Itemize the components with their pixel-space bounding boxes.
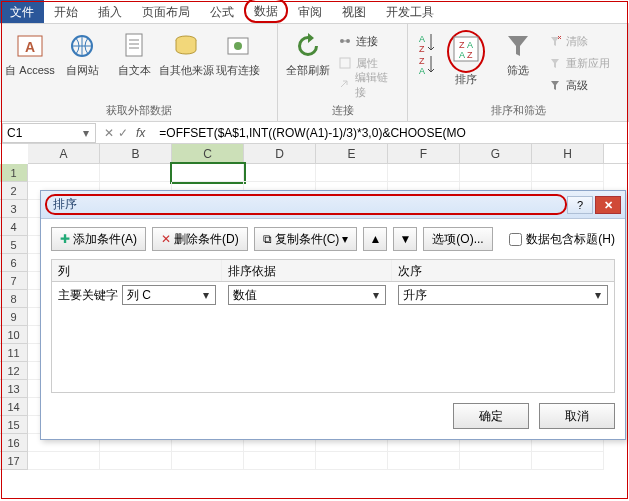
add-level-label: 添加条件(A) [73, 231, 137, 248]
row-1[interactable]: 1 [0, 164, 28, 182]
advanced-filter-button[interactable]: 高级 [544, 74, 614, 96]
row-13[interactable]: 13 [0, 380, 28, 398]
from-text-button[interactable]: 自文本 [108, 26, 160, 76]
clear-icon [548, 34, 562, 48]
row-2[interactable]: 2 [0, 182, 28, 200]
row-17[interactable]: 17 [0, 452, 28, 470]
cancel-formula-icon[interactable]: ✕ [104, 126, 114, 140]
sort-on-dropdown[interactable]: 数值▾ [228, 285, 386, 305]
row-5[interactable]: 5 [0, 236, 28, 254]
ok-button[interactable]: 确定 [453, 403, 529, 429]
row-10[interactable]: 10 [0, 326, 28, 344]
options-button[interactable]: 选项(O)... [423, 227, 492, 251]
col-E[interactable]: E [316, 144, 388, 163]
tab-formula[interactable]: 公式 [200, 0, 244, 23]
svg-text:Z: Z [419, 56, 425, 66]
move-down-button[interactable]: ▼ [393, 227, 417, 251]
accept-formula-icon[interactable]: ✓ [118, 126, 128, 140]
has-header-label: 数据包含标题(H) [526, 231, 615, 248]
delete-level-button[interactable]: ✕删除条件(D) [152, 227, 248, 251]
tab-data[interactable]: 数据 [244, 0, 288, 23]
ribbon-tabs: 文件 开始 插入 页面布局 公式 数据 审阅 视图 开发工具 [0, 0, 629, 24]
from-other-button[interactable]: 自其他来源 [160, 26, 212, 76]
sort-circled-annotation: ZAAZ [447, 30, 485, 73]
col-A[interactable]: A [28, 144, 100, 163]
sort-button[interactable]: ZAAZ 排序 [440, 26, 492, 85]
connections-icon [338, 34, 352, 48]
row-6[interactable]: 6 [0, 254, 28, 272]
row-16[interactable]: 16 [0, 434, 28, 452]
row-11[interactable]: 11 [0, 344, 28, 362]
col-D[interactable]: D [244, 144, 316, 163]
edit-links-icon [338, 78, 352, 92]
tab-dev[interactable]: 开发工具 [376, 0, 444, 23]
tab-layout[interactable]: 页面布局 [132, 0, 200, 23]
sort-icon: ZAAZ [451, 34, 481, 64]
tab-file[interactable]: 文件 [0, 0, 44, 23]
refresh-all-button[interactable]: 全部刷新 [282, 26, 334, 76]
group-sort-filter: AZ ZA ZAAZ 排序 筛选 清除 [408, 24, 629, 121]
dialog-help-button[interactable]: ? [567, 196, 593, 214]
dialog-buttons: 确定 取消 [41, 393, 625, 439]
fx-icon[interactable]: fx [132, 126, 149, 140]
dialog-titlebar[interactable]: 排序 ? ✕ [41, 191, 625, 219]
sort-on-value: 数值 [233, 287, 257, 304]
col-H[interactable]: H [532, 144, 604, 163]
row-14[interactable]: 14 [0, 398, 28, 416]
svg-text:Z: Z [459, 40, 465, 50]
tab-view[interactable]: 视图 [332, 0, 376, 23]
sort-asc-desc-button[interactable]: AZ ZA [412, 26, 440, 78]
col-F[interactable]: F [388, 144, 460, 163]
row-9[interactable]: 9 [0, 308, 28, 326]
move-up-button[interactable]: ▲ [363, 227, 387, 251]
svg-text:A: A [419, 34, 425, 44]
dialog-close-button[interactable]: ✕ [595, 196, 621, 214]
add-level-button[interactable]: ✚添加条件(A) [51, 227, 146, 251]
row-4[interactable]: 4 [0, 218, 28, 236]
col-header-column: 列 [52, 260, 222, 281]
from-web-button[interactable]: 自网站 [56, 26, 108, 76]
clear-filter-button[interactable]: 清除 [544, 30, 614, 52]
refresh-icon [292, 30, 324, 62]
svg-point-11 [346, 39, 350, 43]
formula-input[interactable]: =OFFSET($A$1,INT((ROW(A1)-1)/3)*3,0)&CHO… [155, 126, 629, 140]
edit-links-button[interactable]: 编辑链接 [334, 74, 403, 96]
copy-level-button[interactable]: ⧉复制条件(C)▾ [254, 227, 358, 251]
cancel-button[interactable]: 取消 [539, 403, 615, 429]
name-box-dropdown-icon[interactable]: ▾ [81, 123, 91, 143]
row-12[interactable]: 12 [0, 362, 28, 380]
sort-order-dropdown[interactable]: 升序▾ [398, 285, 608, 305]
filter-button[interactable]: 筛选 [492, 26, 544, 76]
row-8[interactable]: 8 [0, 290, 28, 308]
reapply-button[interactable]: 重新应用 [544, 52, 614, 74]
edit-links-label: 编辑链接 [355, 70, 399, 100]
connections-label: 连接 [356, 34, 378, 49]
col-C[interactable]: C [172, 144, 244, 163]
tab-home[interactable]: 开始 [44, 0, 88, 23]
col-G[interactable]: G [460, 144, 532, 163]
filter-label: 筛选 [507, 64, 529, 76]
name-box[interactable]: C1 ▾ [2, 123, 96, 143]
from-access-button[interactable]: A 自 Access [4, 26, 56, 76]
row-15[interactable]: 15 [0, 416, 28, 434]
col-B[interactable]: B [100, 144, 172, 163]
row-3[interactable]: 3 [0, 200, 28, 218]
sort-column-dropdown[interactable]: 列 C▾ [122, 285, 216, 305]
advanced-filter-label: 高级 [566, 78, 588, 93]
group-connections: 全部刷新 连接 属性 编辑链接 连接 [278, 24, 408, 121]
svg-rect-18 [454, 37, 478, 61]
sort-level-row: 主要关键字 列 C▾ 数值▾ 升序▾ [52, 282, 614, 308]
text-icon [118, 30, 150, 62]
row-7[interactable]: 7 [0, 272, 28, 290]
connections-button[interactable]: 连接 [334, 30, 403, 52]
has-header-input[interactable] [509, 233, 522, 246]
tab-insert[interactable]: 插入 [88, 0, 132, 23]
has-header-checkbox[interactable]: 数据包含标题(H) [509, 231, 615, 248]
group-external-data: A 自 Access 自网站 自文本 自其他来源 现有连接 获取外部数据 [0, 24, 278, 121]
tab-review[interactable]: 审阅 [288, 0, 332, 23]
delete-level-label: 删除条件(D) [174, 231, 239, 248]
svg-text:A: A [467, 40, 473, 50]
clear-filter-label: 清除 [566, 34, 588, 49]
existing-conn-button[interactable]: 现有连接 [212, 26, 264, 76]
existing-conn-label: 现有连接 [216, 64, 260, 76]
